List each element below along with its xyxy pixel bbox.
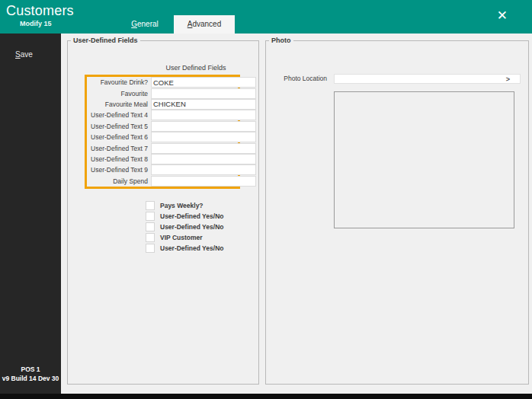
field-label: User-Defined Text 6 — [87, 133, 151, 141]
udf-row: Favourite Drink? — [87, 77, 238, 88]
field-input[interactable] — [151, 88, 256, 99]
udf-checkbox-list: Pays Weekly?User-Defined Yes/NoUser-Defi… — [146, 200, 223, 254]
sidebar: Save POS 1 v9 Build 14 Dev 30 — [0, 34, 61, 394]
main-panel: User-Defined Fields User Defined Fields … — [61, 34, 532, 394]
photo-group-title: Photo — [269, 37, 293, 44]
browse-button[interactable]: > — [506, 75, 510, 84]
photo-location-field: > — [334, 74, 521, 84]
photo-location-row: Photo Location > — [266, 73, 528, 84]
field-label: User-Defined Text 9 — [87, 166, 151, 174]
field-label: Favourite Drink? — [87, 78, 151, 86]
checkbox[interactable] — [146, 201, 155, 210]
field-input[interactable] — [151, 132, 256, 142]
checkbox-label: Pays Weekly? — [160, 202, 204, 209]
bottom-bar — [0, 394, 532, 399]
udf-row: User-Defined Text 4 — [87, 110, 238, 120]
field-label: User-Defined Text 7 — [87, 145, 151, 152]
udf-row: Favourite — [87, 88, 238, 98]
photo-preview — [334, 91, 514, 228]
checkbox[interactable] — [146, 212, 155, 221]
checkbox-row[interactable]: User-Defined Yes/No — [146, 222, 223, 231]
field-label: User-Defined Text 8 — [87, 155, 151, 163]
title-bar: Customers Modify 15 General Advanced ✕ — [0, 0, 532, 34]
field-input[interactable] — [151, 99, 256, 110]
page-title: Customers — [6, 3, 74, 19]
pos-build-label: v9 Build 14 Dev 30 — [0, 375, 61, 383]
tab-advanced[interactable]: Advanced — [174, 15, 235, 34]
checkbox-label: User-Defined Yes/No — [160, 244, 223, 252]
photo-location-label: Photo Location — [266, 75, 334, 82]
photo-group: Photo Photo Location > — [265, 37, 529, 385]
checkbox-row[interactable]: Pays Weekly? — [146, 200, 223, 210]
field-input[interactable] — [151, 110, 256, 120]
field-input[interactable] — [151, 154, 256, 164]
field-label: Favourite Meal — [87, 101, 151, 108]
user-defined-fields-group: User-Defined Fields User Defined Fields … — [67, 37, 259, 385]
udf-row: User-Defined Text 6 — [87, 132, 238, 142]
udf-row: User-Defined Text 7 — [87, 142, 238, 153]
tab-general[interactable]: General — [116, 15, 174, 34]
udf-row: User-Defined Text 8 — [87, 154, 238, 164]
field-label: Daily Spend — [87, 177, 151, 185]
close-icon[interactable]: ✕ — [497, 9, 508, 22]
field-input[interactable] — [151, 77, 256, 88]
field-input[interactable] — [151, 143, 256, 154]
udf-column-header: User Defined Fields — [151, 64, 241, 72]
field-input[interactable] — [151, 121, 256, 132]
checkbox-row[interactable]: VIP Customer — [146, 232, 223, 242]
checkbox[interactable] — [146, 244, 155, 253]
checkbox-label: User-Defined Yes/No — [160, 212, 223, 220]
user-defined-fields-group-title: User-Defined Fields — [71, 37, 140, 44]
field-input[interactable] — [151, 176, 256, 187]
customers-window: Customers Modify 15 General Advanced ✕ S… — [0, 0, 532, 399]
checkbox[interactable] — [146, 222, 155, 231]
udf-row: Daily Spend — [87, 176, 238, 187]
pos-terminal-label: POS 1 — [0, 365, 61, 374]
save-button[interactable]: Save — [15, 50, 33, 59]
field-input[interactable] — [151, 164, 256, 175]
checkbox-row[interactable]: User-Defined Yes/No — [146, 211, 223, 221]
checkbox-label: VIP Customer — [160, 234, 203, 241]
checkbox-label: User-Defined Yes/No — [160, 223, 223, 231]
field-label: User-Defined Text 5 — [87, 123, 151, 130]
checkbox[interactable] — [146, 233, 155, 242]
udf-row: User-Defined Text 5 — [87, 121, 238, 132]
field-label: User-Defined Text 4 — [87, 111, 151, 119]
photo-location-input[interactable] — [335, 75, 511, 83]
udf-row: Favourite Meal — [87, 99, 238, 110]
udf-highlight-box: Favourite Drink?FavouriteFavourite MealU… — [85, 75, 240, 189]
checkbox-row[interactable]: User-Defined Yes/No — [146, 243, 223, 253]
field-label: Favourite — [87, 90, 151, 97]
udf-row: User-Defined Text 9 — [87, 164, 238, 175]
pos-version-info: POS 1 v9 Build 14 Dev 30 — [0, 365, 61, 383]
page-subtitle: Modify 15 — [20, 20, 52, 27]
